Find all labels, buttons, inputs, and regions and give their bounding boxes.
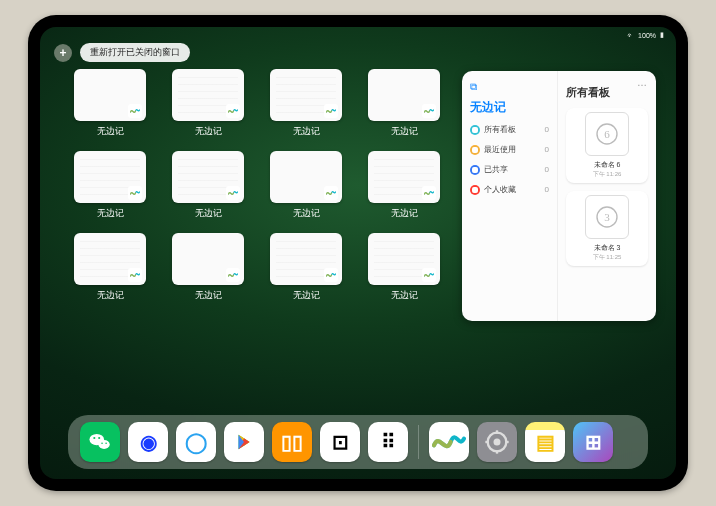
window-thumb bbox=[368, 69, 440, 121]
window-tile[interactable]: 无边记 bbox=[364, 151, 444, 225]
reopen-pill[interactable]: 重新打开已关闭的窗口 bbox=[80, 43, 190, 62]
tile-label: 无边记 bbox=[391, 125, 418, 138]
freeform-panel[interactable]: … ⧉ 无边记 所有看板0最近使用0已共享0个人收藏0 所有看板 6未命名 6下… bbox=[462, 71, 656, 321]
svg-text:3: 3 bbox=[604, 211, 610, 223]
window-tile[interactable]: 无边记 bbox=[266, 69, 346, 143]
svg-point-7 bbox=[98, 437, 100, 439]
window-tile[interactable]: 无边记 bbox=[266, 233, 346, 307]
dock-freeform-icon[interactable] bbox=[429, 422, 469, 462]
panel-sidebar: ⧉ 无边记 所有看板0最近使用0已共享0个人收藏0 bbox=[462, 71, 558, 321]
dock-settings-icon[interactable] bbox=[477, 422, 517, 462]
board-thumb: 6 bbox=[585, 112, 629, 156]
freeform-icon bbox=[226, 186, 240, 200]
panel-right-title: 所有看板 bbox=[566, 85, 648, 100]
tile-label: 无边记 bbox=[195, 289, 222, 302]
window-tile[interactable]: 无边记 bbox=[266, 151, 346, 225]
window-thumb bbox=[74, 151, 146, 203]
tile-label: 无边记 bbox=[97, 125, 124, 138]
panel-title: 无边记 bbox=[470, 99, 549, 116]
window-tile[interactable]: 无边记 bbox=[70, 69, 150, 143]
window-tile[interactable]: 无边记 bbox=[364, 69, 444, 143]
window-thumb bbox=[368, 233, 440, 285]
freeform-icon bbox=[128, 268, 142, 282]
window-thumb bbox=[74, 233, 146, 285]
category-icon bbox=[470, 125, 480, 135]
sidebar-item-count: 0 bbox=[545, 165, 549, 174]
battery-label: 100% bbox=[638, 32, 656, 39]
svg-point-6 bbox=[93, 437, 95, 439]
dock-quark-icon[interactable]: ◉ bbox=[128, 422, 168, 462]
ipad-frame: ᯤ 100% ▮ + 重新打开已关闭的窗口 无边记无边记无边记无边记无边记无边记… bbox=[28, 15, 688, 491]
window-tile[interactable]: 无边记 bbox=[168, 151, 248, 225]
board-thumb: 3 bbox=[585, 195, 629, 239]
dock-dice-icon[interactable]: ⊡ bbox=[320, 422, 360, 462]
tile-label: 无边记 bbox=[97, 289, 124, 302]
sidebar-item-label: 所有看板 bbox=[484, 124, 516, 135]
window-thumb bbox=[172, 69, 244, 121]
dock-wechat-icon[interactable] bbox=[80, 422, 120, 462]
window-tile[interactable]: 无边记 bbox=[70, 233, 150, 307]
sidebar-item-label: 已共享 bbox=[484, 164, 508, 175]
window-thumb bbox=[368, 151, 440, 203]
dock-browser-icon[interactable]: ◯ bbox=[176, 422, 216, 462]
window-thumb bbox=[270, 233, 342, 285]
sidebar-item-count: 0 bbox=[545, 125, 549, 134]
sidebar-item[interactable]: 已共享0 bbox=[470, 164, 549, 175]
dock-play-icon[interactable] bbox=[224, 422, 264, 462]
freeform-icon bbox=[324, 268, 338, 282]
screen: ᯤ 100% ▮ + 重新打开已关闭的窗口 无边记无边记无边记无边记无边记无边记… bbox=[40, 27, 676, 479]
freeform-icon bbox=[422, 104, 436, 118]
content-area: 无边记无边记无边记无边记无边记无边记无边记无边记无边记无边记无边记无边记 … ⧉… bbox=[70, 69, 656, 409]
top-bar: + 重新打开已关闭的窗口 bbox=[54, 43, 190, 62]
freeform-icon bbox=[324, 104, 338, 118]
dock: ◉◯▯▯⊡⠿▤⊞ bbox=[68, 415, 648, 469]
sidebar-item[interactable]: 个人收藏0 bbox=[470, 184, 549, 195]
sidebar-item-count: 0 bbox=[545, 185, 549, 194]
window-tile[interactable]: 无边记 bbox=[168, 233, 248, 307]
window-tile[interactable]: 无边记 bbox=[364, 233, 444, 307]
window-tile[interactable]: 无边记 bbox=[70, 151, 150, 225]
freeform-icon bbox=[226, 268, 240, 282]
battery-icon: ▮ bbox=[660, 31, 664, 39]
dock-books-icon[interactable]: ▯▯ bbox=[272, 422, 312, 462]
freeform-icon bbox=[226, 104, 240, 118]
sidebar-item[interactable]: 最近使用0 bbox=[470, 144, 549, 155]
sidebar-item[interactable]: 所有看板0 bbox=[470, 124, 549, 135]
dock-recents-icon[interactable]: ⊞ bbox=[573, 422, 613, 462]
board-card[interactable]: 3未命名 3下午 11:25 bbox=[566, 191, 648, 266]
tile-label: 无边记 bbox=[293, 207, 320, 220]
dock-grid-icon[interactable]: ⠿ bbox=[368, 422, 408, 462]
card-time: 下午 11:25 bbox=[593, 253, 622, 262]
tile-label: 无边记 bbox=[391, 207, 418, 220]
panel-content: 所有看板 6未命名 6下午 11:263未命名 3下午 11:25 bbox=[558, 71, 656, 321]
dock-notes-icon[interactable]: ▤ bbox=[525, 422, 565, 462]
freeform-icon bbox=[128, 186, 142, 200]
category-icon bbox=[470, 145, 480, 155]
tile-label: 无边记 bbox=[293, 289, 320, 302]
card-name: 未命名 3 bbox=[594, 243, 621, 253]
tile-label: 无边记 bbox=[293, 125, 320, 138]
sidebar-item-label: 最近使用 bbox=[484, 144, 516, 155]
add-button[interactable]: + bbox=[54, 44, 72, 62]
tile-label: 无边记 bbox=[195, 125, 222, 138]
sidebar-toggle-icon[interactable]: ⧉ bbox=[470, 81, 549, 93]
category-icon bbox=[470, 185, 480, 195]
window-thumb bbox=[172, 151, 244, 203]
svg-point-8 bbox=[101, 442, 103, 444]
window-thumb bbox=[270, 151, 342, 203]
tile-label: 无边记 bbox=[195, 207, 222, 220]
window-tile[interactable]: 无边记 bbox=[168, 69, 248, 143]
tile-label: 无边记 bbox=[391, 289, 418, 302]
ellipsis-icon[interactable]: … bbox=[637, 77, 648, 88]
freeform-icon bbox=[422, 268, 436, 282]
window-thumb bbox=[74, 69, 146, 121]
sidebar-item-count: 0 bbox=[545, 145, 549, 154]
tile-label: 无边记 bbox=[97, 207, 124, 220]
svg-text:6: 6 bbox=[604, 128, 610, 140]
freeform-icon bbox=[324, 186, 338, 200]
board-card[interactable]: 6未命名 6下午 11:26 bbox=[566, 108, 648, 183]
window-thumb bbox=[270, 69, 342, 121]
freeform-icon bbox=[128, 104, 142, 118]
card-name: 未命名 6 bbox=[594, 160, 621, 170]
freeform-icon bbox=[422, 186, 436, 200]
